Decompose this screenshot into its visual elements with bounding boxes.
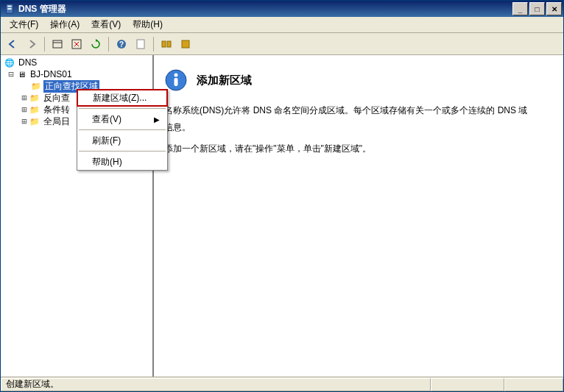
menubar: 文件(F) 操作(A) 查看(V) 帮助(H): [1, 17, 563, 33]
heading-row: 添加新区域: [164, 68, 554, 92]
menu-action[interactable]: 操作(A): [44, 17, 85, 32]
toolbar-separator: [153, 37, 154, 51]
ctx-new-zone[interactable]: 新建区域(Z)...: [77, 89, 168, 107]
ctx-view-label: 查看(V): [92, 113, 121, 126]
ctx-help-label: 帮助(H): [92, 156, 122, 168]
toolbar-btn-4[interactable]: [158, 35, 175, 53]
submenu-arrow-icon: ▶: [154, 115, 160, 124]
ctx-view[interactable]: 查看(V) ▶: [77, 111, 167, 127]
expand-icon[interactable]: ⊞: [20, 116, 29, 126]
forward-button[interactable]: [23, 35, 40, 53]
folder-icon: [29, 93, 40, 103]
window-buttons: _ □ ✕: [512, 2, 562, 15]
tree-server-label: BJ-DNS01: [29, 69, 74, 79]
server-icon: [15, 69, 27, 79]
svg-rect-1: [7, 6, 11, 7]
app-icon: [4, 3, 15, 15]
toolbar-btn-1[interactable]: [49, 35, 66, 53]
ctx-separator: [79, 108, 166, 109]
status-text: 创建新区域。: [1, 378, 431, 391]
folder-icon: [29, 104, 40, 115]
svg-rect-2: [7, 8, 11, 10]
toolbar-separator: [108, 37, 109, 51]
svg-point-15: [175, 74, 178, 77]
menu-help[interactable]: 帮助(H): [127, 17, 169, 32]
expand-icon[interactable]: ⊞: [20, 104, 29, 115]
tree-server[interactable]: ⊟ BJ-DNS01: [1, 68, 152, 80]
dns-icon: [4, 57, 15, 68]
content-desc-2: 信息。: [164, 119, 554, 136]
dns-manager-window: DNS 管理器 _ □ ✕ 文件(F) 操作(A) 查看(V) 帮助(H) ? …: [0, 0, 564, 392]
collapse-icon[interactable]: ⊟: [7, 69, 15, 79]
folder-icon: [29, 116, 40, 126]
toolbar-btn-3[interactable]: [132, 35, 149, 53]
tree-global-label: 全局日: [42, 115, 71, 128]
content-pane: 添加新区域 名称系统(DNS)允许将 DNS 命名空间分成区域。每个区域存储有关…: [154, 55, 563, 377]
window-title: DNS 管理器: [18, 3, 512, 15]
menu-file[interactable]: 文件(F): [4, 17, 44, 32]
refresh-icon[interactable]: [87, 35, 105, 53]
svg-rect-13: [182, 40, 189, 48]
ctx-separator: [79, 151, 166, 152]
folder-icon: [30, 81, 42, 91]
tree-root[interactable]: DNS: [1, 57, 152, 68]
svg-rect-3: [53, 40, 62, 48]
status-cell-3: [504, 378, 563, 391]
statusbar: 创建新区域。: [1, 377, 563, 391]
ctx-new-zone-label: 新建区域(Z)...: [93, 92, 147, 104]
svg-rect-11: [162, 41, 166, 47]
toolbar: ?: [1, 33, 563, 55]
svg-text:?: ?: [119, 40, 124, 49]
ctx-refresh-label: 刷新(F): [92, 135, 121, 147]
tree-cond-label: 条件转: [42, 104, 71, 116]
context-menu: 新建区域(Z)... 查看(V) ▶ 刷新(F) 帮助(H): [77, 89, 168, 171]
content-desc-1: 名称系统(DNS)允许将 DNS 命名空间分成区域。每个区域存储有关一个或多个连…: [164, 102, 554, 119]
svg-rect-16: [175, 78, 178, 86]
svg-rect-10: [137, 40, 144, 49]
status-cell-2: [431, 378, 504, 391]
expand-icon[interactable]: ⊞: [20, 93, 29, 103]
close-button[interactable]: ✕: [546, 2, 562, 15]
back-button[interactable]: [4, 35, 21, 53]
svg-rect-12: [167, 41, 171, 47]
ctx-separator: [79, 129, 166, 130]
minimize-button[interactable]: _: [512, 2, 528, 15]
titlebar[interactable]: DNS 管理器 _ □ ✕: [1, 1, 563, 17]
toolbar-btn-5[interactable]: [177, 35, 194, 53]
content-desc-3: 添加一个新区域，请在"操作"菜单，单击"新建区域"。: [164, 140, 554, 157]
tree-reverse-label: 反向查: [42, 92, 71, 104]
toolbar-separator: [44, 37, 45, 51]
help-icon[interactable]: ?: [113, 35, 130, 53]
menu-view[interactable]: 查看(V): [85, 17, 127, 32]
maximize-button[interactable]: □: [529, 2, 545, 15]
tree-root-label: DNS: [17, 57, 38, 68]
ctx-refresh[interactable]: 刷新(F): [77, 132, 167, 149]
content-heading: 添加新区域: [197, 74, 252, 88]
ctx-help[interactable]: 帮助(H): [77, 154, 167, 170]
toolbar-btn-2[interactable]: [68, 35, 85, 53]
